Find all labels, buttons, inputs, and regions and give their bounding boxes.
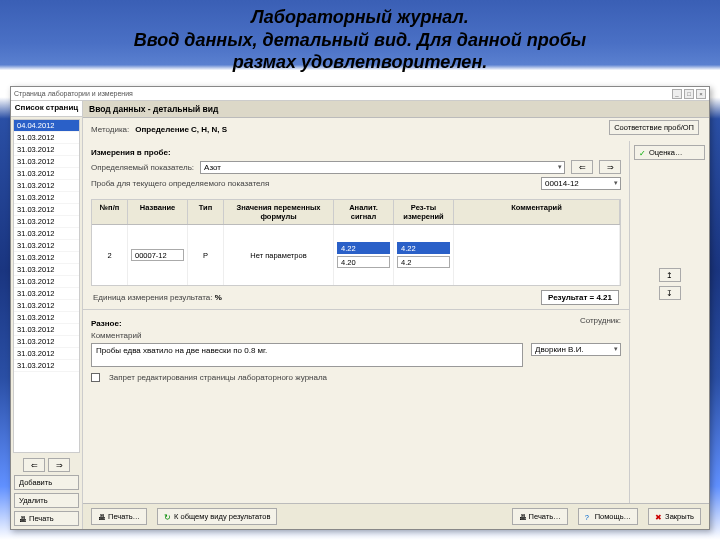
date-item[interactable]: 31.03.2012 bbox=[14, 180, 79, 192]
method-label: Методика: bbox=[91, 125, 129, 134]
help-button[interactable]: ?Помощь… bbox=[578, 508, 638, 525]
refresh-icon: ↻ bbox=[164, 513, 172, 521]
date-item[interactable]: 04.04.2012 bbox=[14, 120, 79, 132]
printer-icon: 🖶 bbox=[19, 515, 27, 523]
comment-textarea[interactable]: Пробы едва хватило на две навески по 0.8… bbox=[91, 343, 523, 367]
col-signal: Аналит. сигнал bbox=[334, 200, 394, 224]
sample-dropdown[interactable]: 00014-12 bbox=[541, 177, 621, 190]
add-button[interactable]: Добавить bbox=[14, 475, 79, 490]
panel-header: Ввод данных - детальный вид bbox=[83, 101, 709, 118]
indicator-prev-button[interactable]: ⇐ bbox=[571, 160, 593, 174]
title-line-3: размах удовлетворителен. bbox=[233, 52, 488, 72]
sample-label: Проба для текущего определяемого показат… bbox=[91, 179, 535, 188]
check-icon: ✓ bbox=[639, 149, 647, 157]
app-window: Страница лаборатории и измерения _ □ × С… bbox=[10, 86, 710, 530]
unit-value: % bbox=[215, 293, 222, 302]
maximize-button[interactable]: □ bbox=[684, 89, 694, 99]
cell-formula: Нет параметров bbox=[250, 251, 306, 260]
employee-dropdown[interactable]: Дворкин В.И. bbox=[531, 343, 621, 356]
comment-label: Комментарий bbox=[91, 331, 141, 340]
date-item[interactable]: 31.03.2012 bbox=[14, 312, 79, 324]
printer-icon: 🖶 bbox=[98, 513, 106, 521]
method-value: Определение C, H, N, S bbox=[135, 125, 227, 134]
misc-label: Разное: bbox=[91, 319, 122, 328]
result-display: Результат = 4.21 bbox=[541, 290, 619, 305]
eval-button[interactable]: ✓ Оценка… bbox=[634, 145, 705, 160]
unit-label: Единица измерения результата: bbox=[93, 293, 212, 302]
delete-button[interactable]: Удалить bbox=[14, 493, 79, 508]
date-item[interactable]: 31.03.2012 bbox=[14, 336, 79, 348]
employee-label: Сотрудник: bbox=[580, 316, 621, 325]
footer-print2-button[interactable]: 🖶Печать… bbox=[512, 508, 568, 525]
close-button[interactable]: × bbox=[696, 89, 706, 99]
page-prev-button[interactable]: ⇐ bbox=[23, 458, 45, 472]
close-icon: ✖ bbox=[655, 513, 663, 521]
date-item[interactable]: 31.03.2012 bbox=[14, 132, 79, 144]
date-item[interactable]: 31.03.2012 bbox=[14, 252, 79, 264]
footer-toolbar: 🖶Печать… ↻К общему виду результатов 🖶Печ… bbox=[83, 503, 709, 529]
date-item[interactable]: 31.03.2012 bbox=[14, 156, 79, 168]
date-item[interactable]: 31.03.2012 bbox=[14, 348, 79, 360]
window-title: Страница лаборатории и измерения bbox=[14, 90, 133, 97]
refresh-button[interactable]: ↻К общему виду результатов bbox=[157, 508, 277, 525]
indicator-label: Определяемый показатель: bbox=[91, 163, 194, 172]
date-item[interactable]: 31.03.2012 bbox=[14, 228, 79, 240]
move-up-button[interactable]: ↥ bbox=[659, 268, 681, 282]
date-item[interactable]: 31.03.2012 bbox=[14, 288, 79, 300]
date-item[interactable]: 31.03.2012 bbox=[14, 300, 79, 312]
col-result: Рез-ты измерений bbox=[394, 200, 454, 224]
indicator-next-button[interactable]: ⇒ bbox=[599, 160, 621, 174]
measurements-table: №п/п Название Тип Значения переменных фо… bbox=[91, 199, 621, 286]
conformity-button[interactable]: Соответствие проб/ОП bbox=[609, 120, 699, 135]
date-item[interactable]: 31.03.2012 bbox=[14, 204, 79, 216]
sidebar-header: Список страниц bbox=[11, 101, 82, 117]
date-item[interactable]: 31.03.2012 bbox=[14, 192, 79, 204]
date-item[interactable]: 31.03.2012 bbox=[14, 240, 79, 252]
signal-2-input[interactable]: 4.20 bbox=[337, 256, 390, 268]
date-item[interactable]: 31.03.2012 bbox=[14, 264, 79, 276]
title-line-1: Лабораторный журнал. bbox=[251, 7, 469, 27]
minimize-button[interactable]: _ bbox=[672, 89, 682, 99]
date-list[interactable]: 04.04.201231.03.201231.03.201231.03.2012… bbox=[13, 119, 80, 453]
print-button[interactable]: 🖶Печать bbox=[14, 511, 79, 526]
titlebar: Страница лаборатории и измерения _ □ × bbox=[11, 87, 709, 101]
date-item[interactable]: 31.03.2012 bbox=[14, 276, 79, 288]
close-button-footer[interactable]: ✖Закрыть bbox=[648, 508, 701, 525]
title-line-2: Ввод данных, детальный вид. Для данной п… bbox=[134, 30, 586, 50]
date-item[interactable]: 31.03.2012 bbox=[14, 168, 79, 180]
move-down-button[interactable]: ↧ bbox=[659, 286, 681, 300]
cell-name[interactable]: 00007-12 bbox=[131, 249, 184, 261]
result-1-input[interactable]: 4.22 bbox=[397, 242, 450, 254]
main-panel: Ввод данных - детальный вид Методика: Оп… bbox=[83, 101, 709, 529]
date-item[interactable]: 31.03.2012 bbox=[14, 216, 79, 228]
col-formula: Значения переменных формулы bbox=[224, 200, 334, 224]
date-item[interactable]: 31.03.2012 bbox=[14, 324, 79, 336]
footer-print-button[interactable]: 🖶Печать… bbox=[91, 508, 147, 525]
help-icon: ? bbox=[585, 513, 593, 521]
lock-checkbox[interactable] bbox=[91, 373, 100, 382]
date-item[interactable]: 31.03.2012 bbox=[14, 144, 79, 156]
date-item[interactable]: 31.03.2012 bbox=[14, 360, 79, 372]
page-next-button[interactable]: ⇒ bbox=[48, 458, 70, 472]
col-type: Тип bbox=[188, 200, 224, 224]
cell-num: 2 bbox=[107, 251, 111, 260]
result-2-input[interactable]: 4.2 bbox=[397, 256, 450, 268]
printer-icon: 🖶 bbox=[519, 513, 527, 521]
measure-label: Измерения в пробе: bbox=[91, 148, 171, 157]
right-side-column: ✓ Оценка… ↥ ↧ bbox=[629, 141, 709, 503]
sidebar: Список страниц 04.04.201231.03.201231.03… bbox=[11, 101, 83, 529]
indicator-dropdown[interactable]: Азот bbox=[200, 161, 565, 174]
table-row: 2 00007-12 Р Нет параметров 4.22 4.20 4.… bbox=[92, 225, 620, 285]
slide-title: Лабораторный журнал. Ввод данных, деталь… bbox=[0, 0, 720, 78]
signal-1-input[interactable]: 4.22 bbox=[337, 242, 390, 254]
cell-type: Р bbox=[203, 251, 208, 260]
col-name: Название bbox=[128, 200, 188, 224]
col-comment: Комментарий bbox=[454, 200, 620, 224]
lock-label: Запрет редактирования страницы лаборатор… bbox=[109, 373, 327, 382]
col-num: №п/п bbox=[92, 200, 128, 224]
